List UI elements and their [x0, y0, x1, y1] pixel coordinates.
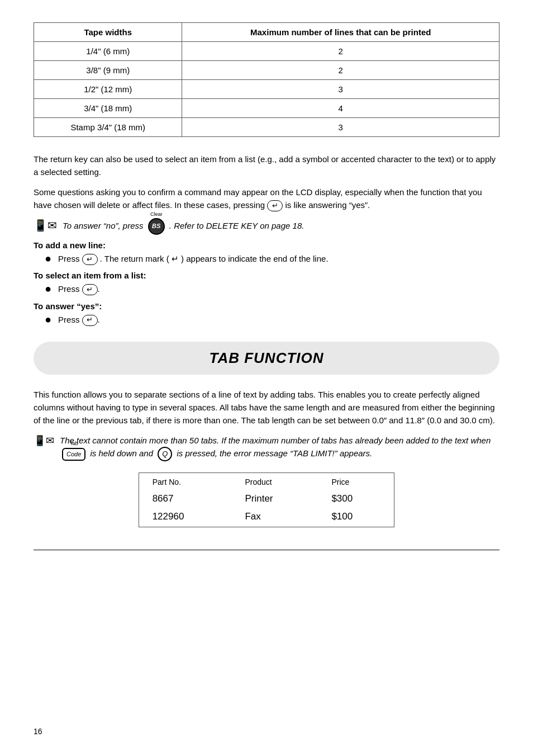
table-cell-tape-width: 1/2" (12 mm) — [34, 80, 182, 99]
section-select: To select an item from a list: — [34, 271, 499, 280]
example-table-cell: $300 — [318, 490, 394, 508]
table-row: 1/4" (6 mm)2 — [34, 42, 499, 61]
page-footer: 16 — [34, 550, 499, 550]
tab-function-banner: TAB FUNCTION — [34, 342, 499, 375]
example-table-cell: $100 — [318, 508, 394, 527]
table-row: 1/2" (12 mm)3 — [34, 80, 499, 99]
table-row: 3/4" (18 mm)4 — [34, 99, 499, 118]
example-table-cell: Fax — [231, 508, 318, 527]
return-key-newline: ↵ — [82, 254, 98, 265]
body-para2: Some questions asking you to confirm a c… — [34, 186, 499, 212]
example-table-row: 122960Fax$100 — [139, 508, 394, 527]
example-table-cell: 8667 — [139, 490, 231, 508]
table-cell-max-lines: 2 — [182, 61, 499, 80]
example-table-header-cell: Price — [318, 472, 394, 490]
tab-function-title: TAB FUNCTION — [34, 349, 499, 367]
table-header-tape-widths: Tape widths — [34, 23, 182, 42]
bs-key: BS — [148, 218, 165, 235]
code-key: Code — [62, 448, 85, 461]
tape-widths-table: Tape widths Maximum number of lines that… — [34, 22, 499, 137]
example-table-header-row: Part No.ProductPrice — [139, 472, 394, 490]
example-table: Part No.ProductPrice8667Printer$30012296… — [139, 472, 395, 527]
page-divider — [34, 550, 499, 550]
tab-function-note: 📱✉ The text cannot contain more than 50 … — [34, 434, 499, 461]
table-row: 3/8" (9 mm)2 — [34, 61, 499, 80]
tab-function-para1: This function allows you to separate sec… — [34, 388, 499, 427]
table-cell-max-lines: 3 — [182, 118, 499, 137]
table-row: Stamp 3/4" (18 mm)3 — [34, 118, 499, 137]
bullet-new-line: ● Press ↵ . The return mark ( ↵ ) appear… — [34, 252, 499, 265]
table-cell-max-lines: 4 — [182, 99, 499, 118]
return-key-select: ↵ — [82, 284, 98, 295]
table-cell-tape-width: 3/4" (18 mm) — [34, 99, 182, 118]
bullet-select: ● Press ↵. — [34, 282, 499, 295]
bullet-yes: ● Press ↵. — [34, 313, 499, 326]
example-table-header-cell: Part No. — [139, 472, 231, 490]
table-cell-tape-width: 3/8" (9 mm) — [34, 61, 182, 80]
example-table-row: 8667Printer$300 — [139, 490, 394, 508]
return-key-inline: ↵ — [267, 200, 283, 211]
table-cell-max-lines: 2 — [182, 42, 499, 61]
table-header-max-lines: Maximum number of lines that can be prin… — [182, 23, 499, 42]
table-cell-tape-width: Stamp 3/4" (18 mm) — [34, 118, 182, 137]
note-icon: 📱✉ — [34, 219, 57, 232]
table-cell-max-lines: 3 — [182, 80, 499, 99]
return-key-yes: ↵ — [82, 315, 98, 326]
example-table-cell: 122960 — [139, 508, 231, 527]
table-cell-tape-width: 1/4" (6 mm) — [34, 42, 182, 61]
q-key: Q — [158, 447, 172, 461]
section-yes: To answer “yes”: — [34, 301, 499, 311]
body-para1: The return key can also be used to selec… — [34, 153, 499, 179]
page-number: 16 — [34, 727, 42, 736]
example-table-header-cell: Product — [231, 472, 318, 490]
note-icon2: 📱✉ — [34, 434, 54, 447]
example-table-cell: Printer — [231, 490, 318, 508]
section-new-line: To add a new line: — [34, 240, 499, 250]
note-delete-key: 📱✉ To answer “no”, press Clear BS . Refe… — [34, 218, 499, 235]
